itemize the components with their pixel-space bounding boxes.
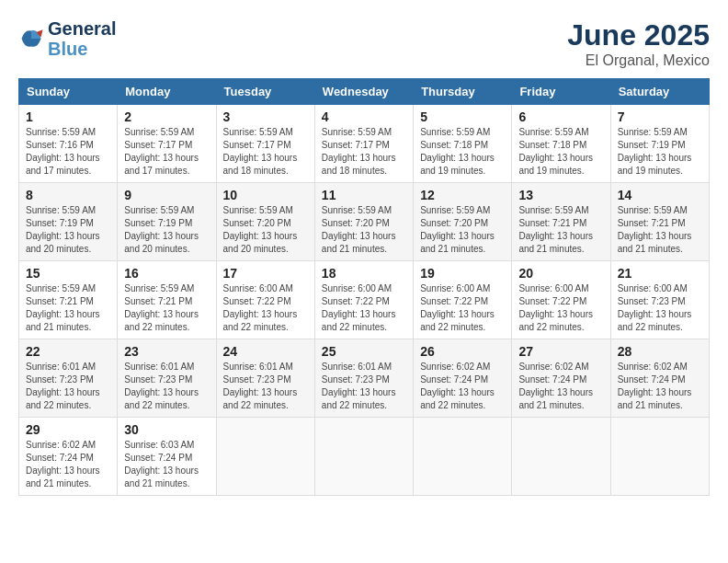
day-number: 22 xyxy=(26,344,110,359)
day-info: Sunrise: 5:59 AM Sunset: 7:21 PM Dayligh… xyxy=(26,282,110,334)
day-number: 13 xyxy=(518,188,603,202)
month-title: June 2025 xyxy=(567,18,710,52)
calendar-body: 1 Sunrise: 5:59 AM Sunset: 7:16 PM Dayli… xyxy=(19,105,710,496)
logo-icon xyxy=(18,26,44,52)
table-row: 16 Sunrise: 5:59 AM Sunset: 7:21 PM Dayl… xyxy=(118,261,216,339)
table-row: 18 Sunrise: 6:00 AM Sunset: 7:22 PM Dayl… xyxy=(314,261,413,339)
day-number: 8 xyxy=(26,188,110,202)
table-row: 5 Sunrise: 5:59 AM Sunset: 7:18 PM Dayli… xyxy=(414,105,512,183)
col-sunday: Sunday xyxy=(19,79,118,105)
day-info: Sunrise: 5:59 AM Sunset: 7:17 PM Dayligh… xyxy=(124,126,209,178)
table-row: 9 Sunrise: 5:59 AM Sunset: 7:19 PM Dayli… xyxy=(118,183,216,261)
day-number: 6 xyxy=(518,109,603,124)
table-row: 30 Sunrise: 6:03 AM Sunset: 7:24 PM Dayl… xyxy=(118,418,216,496)
table-row: 24 Sunrise: 6:01 AM Sunset: 7:23 PM Dayl… xyxy=(216,339,314,418)
day-info: Sunrise: 5:59 AM Sunset: 7:17 PM Dayligh… xyxy=(322,126,406,178)
day-number: 15 xyxy=(26,266,110,281)
table-row xyxy=(216,418,314,496)
day-info: Sunrise: 6:00 AM Sunset: 7:22 PM Dayligh… xyxy=(420,282,505,334)
title-area: June 2025 El Organal, Mexico xyxy=(567,18,710,69)
day-number: 10 xyxy=(223,188,308,202)
table-row: 15 Sunrise: 5:59 AM Sunset: 7:21 PM Dayl… xyxy=(19,261,118,339)
table-row: 13 Sunrise: 5:59 AM Sunset: 7:21 PM Dayl… xyxy=(512,183,610,261)
day-info: Sunrise: 6:03 AM Sunset: 7:24 PM Dayligh… xyxy=(124,439,209,490)
logo-line2: Blue xyxy=(48,39,116,59)
col-friday: Friday xyxy=(512,79,610,105)
table-row: 11 Sunrise: 5:59 AM Sunset: 7:20 PM Dayl… xyxy=(314,183,413,261)
table-row: 3 Sunrise: 5:59 AM Sunset: 7:17 PM Dayli… xyxy=(216,105,314,183)
page-header: General Blue June 2025 El Organal, Mexic… xyxy=(18,18,710,69)
table-row: 14 Sunrise: 5:59 AM Sunset: 7:21 PM Dayl… xyxy=(610,183,709,261)
day-info: Sunrise: 6:02 AM Sunset: 7:24 PM Dayligh… xyxy=(618,361,702,412)
day-number: 18 xyxy=(322,266,406,281)
day-info: Sunrise: 5:59 AM Sunset: 7:19 PM Dayligh… xyxy=(618,126,702,178)
calendar-table: Sunday Monday Tuesday Wednesday Thursday… xyxy=(18,78,710,496)
day-number: 14 xyxy=(618,188,702,202)
day-number: 24 xyxy=(223,344,308,359)
day-info: Sunrise: 5:59 AM Sunset: 7:19 PM Dayligh… xyxy=(124,204,209,256)
day-info: Sunrise: 6:00 AM Sunset: 7:22 PM Dayligh… xyxy=(518,282,603,334)
table-row: 19 Sunrise: 6:00 AM Sunset: 7:22 PM Dayl… xyxy=(414,261,512,339)
day-number: 30 xyxy=(124,422,209,437)
table-row: 1 Sunrise: 5:59 AM Sunset: 7:16 PM Dayli… xyxy=(19,105,118,183)
table-row xyxy=(610,418,709,496)
table-row: 27 Sunrise: 6:02 AM Sunset: 7:24 PM Dayl… xyxy=(512,339,610,418)
day-number: 1 xyxy=(26,109,110,124)
day-info: Sunrise: 5:59 AM Sunset: 7:21 PM Dayligh… xyxy=(618,204,702,256)
table-row: 28 Sunrise: 6:02 AM Sunset: 7:24 PM Dayl… xyxy=(610,339,709,418)
calendar-header-row: Sunday Monday Tuesday Wednesday Thursday… xyxy=(19,79,710,105)
day-number: 19 xyxy=(420,266,505,281)
logo-line1: General xyxy=(48,18,116,39)
day-info: Sunrise: 6:00 AM Sunset: 7:22 PM Dayligh… xyxy=(223,282,308,334)
day-number: 26 xyxy=(420,344,505,359)
day-number: 23 xyxy=(124,344,209,359)
day-number: 17 xyxy=(223,266,308,281)
col-wednesday: Wednesday xyxy=(314,79,413,105)
day-info: Sunrise: 5:59 AM Sunset: 7:21 PM Dayligh… xyxy=(124,282,209,334)
day-number: 29 xyxy=(26,422,110,437)
table-row: 26 Sunrise: 6:02 AM Sunset: 7:24 PM Dayl… xyxy=(414,339,512,418)
calendar-week-row: 1 Sunrise: 5:59 AM Sunset: 7:16 PM Dayli… xyxy=(19,105,710,183)
day-number: 25 xyxy=(322,344,406,359)
calendar-week-row: 8 Sunrise: 5:59 AM Sunset: 7:19 PM Dayli… xyxy=(19,183,710,261)
table-row: 7 Sunrise: 5:59 AM Sunset: 7:19 PM Dayli… xyxy=(610,105,709,183)
day-info: Sunrise: 6:00 AM Sunset: 7:23 PM Dayligh… xyxy=(618,282,702,334)
day-info: Sunrise: 5:59 AM Sunset: 7:19 PM Dayligh… xyxy=(26,204,110,256)
col-saturday: Saturday xyxy=(610,79,709,105)
day-info: Sunrise: 5:59 AM Sunset: 7:18 PM Dayligh… xyxy=(420,126,505,178)
day-info: Sunrise: 6:01 AM Sunset: 7:23 PM Dayligh… xyxy=(124,361,209,412)
logo: General Blue xyxy=(18,18,116,59)
day-number: 27 xyxy=(518,344,603,359)
table-row: 12 Sunrise: 5:59 AM Sunset: 7:20 PM Dayl… xyxy=(414,183,512,261)
table-row: 2 Sunrise: 5:59 AM Sunset: 7:17 PM Dayli… xyxy=(118,105,216,183)
day-info: Sunrise: 5:59 AM Sunset: 7:16 PM Dayligh… xyxy=(26,126,110,178)
day-info: Sunrise: 5:59 AM Sunset: 7:20 PM Dayligh… xyxy=(322,204,406,256)
day-info: Sunrise: 6:00 AM Sunset: 7:22 PM Dayligh… xyxy=(322,282,406,334)
col-monday: Monday xyxy=(118,79,216,105)
table-row: 29 Sunrise: 6:02 AM Sunset: 7:24 PM Dayl… xyxy=(19,418,118,496)
day-info: Sunrise: 6:01 AM Sunset: 7:23 PM Dayligh… xyxy=(26,361,110,412)
calendar-week-row: 22 Sunrise: 6:01 AM Sunset: 7:23 PM Dayl… xyxy=(19,339,710,418)
col-thursday: Thursday xyxy=(414,79,512,105)
day-number: 16 xyxy=(124,266,209,281)
table-row: 17 Sunrise: 6:00 AM Sunset: 7:22 PM Dayl… xyxy=(216,261,314,339)
day-info: Sunrise: 5:59 AM Sunset: 7:20 PM Dayligh… xyxy=(420,204,505,256)
calendar-week-row: 15 Sunrise: 5:59 AM Sunset: 7:21 PM Dayl… xyxy=(19,261,710,339)
day-info: Sunrise: 5:59 AM Sunset: 7:20 PM Dayligh… xyxy=(223,204,308,256)
day-number: 4 xyxy=(322,109,406,124)
table-row xyxy=(512,418,610,496)
day-number: 12 xyxy=(420,188,505,202)
table-row: 25 Sunrise: 6:01 AM Sunset: 7:23 PM Dayl… xyxy=(314,339,413,418)
day-number: 28 xyxy=(618,344,702,359)
day-info: Sunrise: 6:01 AM Sunset: 7:23 PM Dayligh… xyxy=(322,361,406,412)
day-number: 9 xyxy=(124,188,209,202)
day-info: Sunrise: 6:02 AM Sunset: 7:24 PM Dayligh… xyxy=(26,439,110,490)
table-row: 4 Sunrise: 5:59 AM Sunset: 7:17 PM Dayli… xyxy=(314,105,413,183)
calendar-week-row: 29 Sunrise: 6:02 AM Sunset: 7:24 PM Dayl… xyxy=(19,418,710,496)
day-info: Sunrise: 6:02 AM Sunset: 7:24 PM Dayligh… xyxy=(518,361,603,412)
location-title: El Organal, Mexico xyxy=(567,52,710,69)
day-number: 7 xyxy=(618,109,702,124)
day-number: 21 xyxy=(618,266,702,281)
day-info: Sunrise: 5:59 AM Sunset: 7:17 PM Dayligh… xyxy=(223,126,308,178)
table-row: 21 Sunrise: 6:00 AM Sunset: 7:23 PM Dayl… xyxy=(610,261,709,339)
